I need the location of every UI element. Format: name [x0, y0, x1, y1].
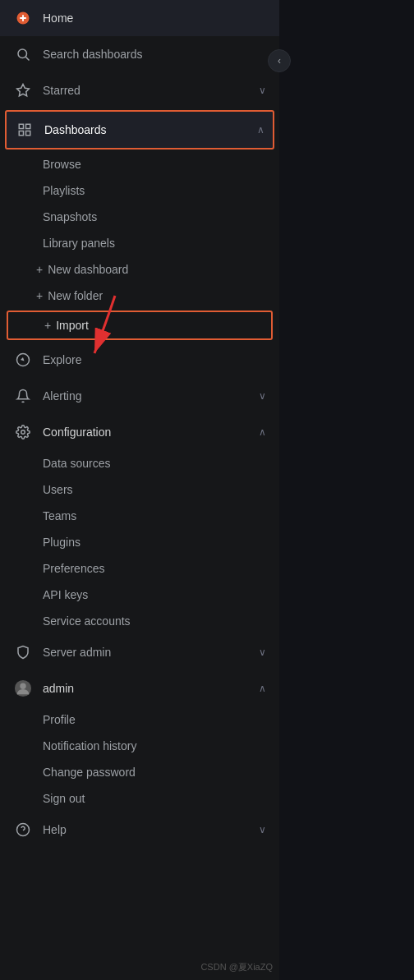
plus-icon-new-dashboard: + [36, 263, 43, 276]
sub-new-dashboard[interactable]: + New dashboard [0, 256, 279, 283]
svg-point-9 [21, 430, 25, 435]
configuration-submenu: Data sources Users Teams Plugins Prefere… [0, 450, 279, 634]
nav-home-label: Home [43, 12, 266, 25]
nav-alerting-label: Alerting [43, 389, 259, 403]
alerting-icon [13, 386, 33, 406]
sub-profile[interactable]: Profile [0, 706, 279, 733]
dashboards-submenu: Browse Playlists Snapshots Library panel… [0, 151, 279, 340]
plus-icon-new-folder: + [36, 289, 43, 302]
home-icon [13, 8, 33, 28]
nav-configuration[interactable]: Configuration ∧ [0, 414, 279, 450]
admin-submenu: Profile Notification history Change pass… [0, 706, 279, 812]
search-icon [13, 44, 33, 64]
sub-data-sources[interactable]: Data sources [0, 450, 279, 476]
nav-explore-label: Explore [43, 353, 266, 366]
svg-line-2 [25, 57, 29, 60]
nav-search-label: Search dashboards [43, 48, 266, 61]
sub-api-keys[interactable]: API keys [0, 582, 279, 608]
star-icon [13, 81, 33, 100]
explore-icon [13, 350, 33, 370]
starred-chevron: ∨ [259, 85, 266, 96]
sub-sign-out[interactable]: Sign out [0, 785, 279, 812]
sub-teams[interactable]: Teams [0, 503, 279, 529]
nav-help[interactable]: Help ∨ [0, 812, 279, 848]
nav-explore[interactable]: Explore [0, 342, 279, 378]
sub-service-accounts[interactable]: Service accounts [0, 608, 279, 634]
watermark: CSDN @夏XiaZQ [200, 961, 273, 973]
nav-search[interactable]: Search dashboards [0, 36, 279, 72]
sub-users[interactable]: Users [0, 476, 279, 503]
nav-dashboards-label: Dashboards [44, 123, 257, 136]
nav-help-label: Help [43, 823, 259, 836]
help-chevron: ∨ [259, 824, 266, 835]
dashboards-chevron: ∧ [257, 124, 264, 136]
sub-change-password[interactable]: Change password [0, 759, 279, 785]
sub-snapshots[interactable]: Snapshots [0, 204, 279, 230]
svg-rect-4 [19, 124, 23, 128]
collapse-sidebar-button[interactable]: ‹ [268, 49, 291, 72]
sub-notification-history[interactable]: Notification history [0, 733, 279, 759]
svg-rect-5 [26, 124, 30, 128]
configuration-icon [13, 422, 33, 442]
sub-library-panels[interactable]: Library panels [0, 230, 279, 256]
nav-starred[interactable]: Starred ∨ [0, 72, 279, 108]
nav-starred-label: Starred [43, 84, 259, 97]
nav-dashboards[interactable]: Dashboards ∧ [5, 110, 274, 150]
sub-playlists[interactable]: Playlists [0, 177, 279, 204]
server-admin-chevron: ∨ [259, 646, 266, 658]
nav-home[interactable]: Home [0, 0, 279, 36]
svg-marker-3 [17, 85, 30, 96]
nav-admin[interactable]: admin ∧ [0, 670, 279, 706]
svg-point-1 [18, 49, 27, 58]
svg-rect-7 [26, 131, 30, 136]
admin-chevron: ∧ [259, 683, 266, 694]
alerting-chevron: ∨ [259, 390, 266, 402]
nav-configuration-label: Configuration [43, 426, 259, 439]
nav-server-admin[interactable]: Server admin ∨ [0, 634, 279, 670]
nav-admin-label: admin [43, 682, 259, 695]
nav-alerting[interactable]: Alerting ∨ [0, 378, 279, 414]
configuration-chevron: ∧ [259, 426, 266, 438]
admin-avatar [13, 679, 33, 698]
sub-new-folder[interactable]: + New folder [0, 283, 279, 309]
server-admin-icon [13, 642, 33, 662]
sidebar: ‹ Home Search dashboards Starred ∨ [0, 0, 279, 980]
sub-import[interactable]: + Import [7, 311, 273, 340]
dashboards-icon [15, 120, 34, 140]
sub-plugins[interactable]: Plugins [0, 529, 279, 555]
help-icon [13, 820, 33, 840]
plus-icon-import: + [44, 319, 51, 332]
sub-browse[interactable]: Browse [0, 151, 279, 177]
nav-server-admin-label: Server admin [43, 646, 259, 659]
svg-rect-6 [19, 131, 23, 136]
sub-preferences[interactable]: Preferences [0, 555, 279, 582]
svg-point-11 [20, 683, 25, 689]
